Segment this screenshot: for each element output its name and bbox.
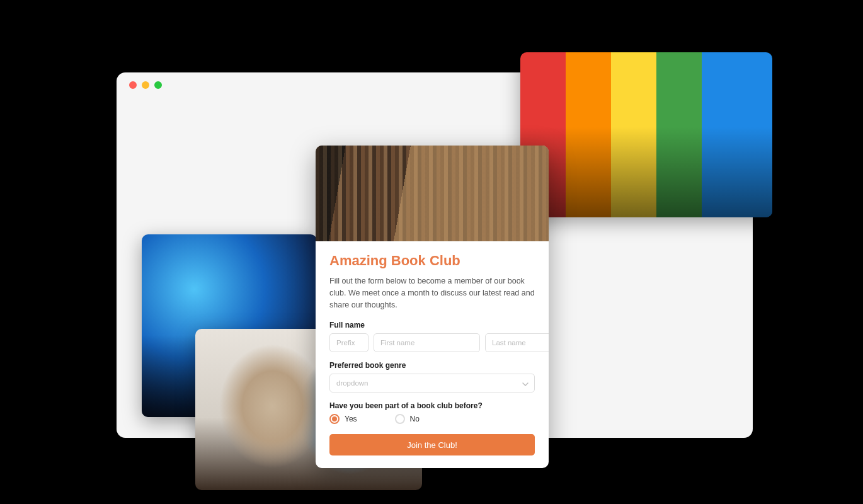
radio-no-label: No xyxy=(410,415,420,423)
form-body: Amazing Book Club Fill out the form belo… xyxy=(316,241,549,468)
radio-yes[interactable]: Yes xyxy=(329,414,357,424)
radio-icon xyxy=(395,414,405,424)
signup-form-card: Amazing Book Club Fill out the form belo… xyxy=(316,146,549,468)
firstname-input[interactable] xyxy=(374,333,480,352)
submit-button[interactable]: Join the Club! xyxy=(329,434,535,455)
radio-yes-label: Yes xyxy=(345,415,357,423)
form-description: Fill out the form below to become a memb… xyxy=(329,275,535,311)
fullname-label: Full name xyxy=(329,321,535,329)
prefix-input[interactable] xyxy=(329,333,369,352)
prior-label: Have you been part of a book club before… xyxy=(329,401,535,410)
form-hero-image xyxy=(316,146,549,241)
radio-icon xyxy=(329,414,340,424)
window-maximize-icon[interactable] xyxy=(154,81,162,89)
form-title: Amazing Book Club xyxy=(329,253,535,269)
genre-select[interactable]: dropdown xyxy=(329,374,535,392)
window-close-icon[interactable] xyxy=(129,81,137,89)
genre-label: Preferred book genre xyxy=(329,361,535,370)
radio-no[interactable]: No xyxy=(395,414,420,424)
window-minimize-icon[interactable] xyxy=(142,81,149,89)
fullname-row xyxy=(329,333,535,352)
prior-radio-group: Yes No xyxy=(329,414,535,424)
lastname-input[interactable] xyxy=(485,333,549,352)
decorative-image-rainbow-flag xyxy=(520,52,772,217)
genre-select-wrap: dropdown xyxy=(329,374,535,392)
